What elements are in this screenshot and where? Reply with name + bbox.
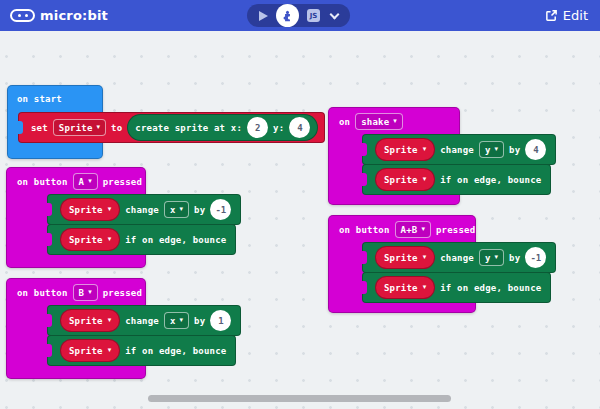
axis-dropdown[interactable]: y ▾ [479, 249, 504, 266]
chevron-down-icon: ▾ [423, 284, 427, 291]
axis-dropdown[interactable]: x ▾ [164, 201, 189, 218]
chevron-down-icon: ▾ [423, 146, 427, 153]
variable-sprite-dropdown[interactable]: Sprite ▾ [60, 339, 120, 362]
chevron-down-icon: ▾ [97, 124, 101, 131]
chevron-down-icon: ▾ [88, 178, 92, 185]
chevron-down-icon: ▾ [421, 226, 425, 233]
chevron-down-icon: ▾ [180, 206, 184, 213]
brand-title: micro:bit [40, 8, 108, 23]
microbit-logo[interactable]: micro:bit [10, 0, 108, 31]
block-sprite-change-x[interactable]: Sprite ▾ change x ▾ by 1 [47, 305, 241, 336]
microbit-face-icon [10, 9, 35, 22]
variable-sprite-dropdown[interactable]: Sprite ▾ [375, 276, 435, 299]
editor-toggle-toolbar: JS [247, 4, 350, 27]
variable-sprite-dropdown[interactable]: Sprite ▾ [375, 246, 435, 269]
variable-sprite-dropdown[interactable]: Sprite ▾ [375, 138, 435, 161]
app-header: micro:bit JS Edit [0, 0, 600, 31]
create-sprite-label: create sprite at x: [135, 123, 242, 133]
variable-sprite-dropdown[interactable]: Sprite ▾ [60, 198, 120, 221]
chevron-down-icon: ▾ [108, 206, 112, 213]
gesture-dropdown[interactable]: shake ▾ [355, 113, 403, 130]
chevron-down-icon: ▾ [393, 118, 397, 125]
chevron-down-icon: ▾ [108, 347, 112, 354]
javascript-view-button[interactable]: JS [307, 9, 320, 22]
puzzle-icon [281, 9, 294, 22]
number-input[interactable]: -1 [525, 247, 546, 268]
to-label: to [111, 123, 122, 133]
block-sprite-change-x[interactable]: Sprite ▾ change x ▾ by -1 [47, 194, 241, 225]
block-label: on button [339, 225, 390, 235]
axis-dropdown[interactable]: x ▾ [164, 312, 189, 329]
variable-sprite-dropdown[interactable]: Sprite ▾ [60, 309, 120, 332]
block-label: on button [17, 288, 68, 298]
chevron-down-icon[interactable] [330, 9, 340, 19]
blocks-workspace[interactable]: on start set Sprite ▾ to create sprite a… [0, 31, 600, 409]
y-number-input[interactable]: 4 [289, 117, 310, 138]
block-on-button-ab[interactable]: on button A+B ▾ pressed Sprite ▾ change … [328, 215, 476, 313]
axis-dropdown[interactable]: y ▾ [479, 141, 504, 158]
variable-sprite-dropdown[interactable]: Sprite ▾ [375, 168, 435, 191]
js-label: JS [310, 12, 318, 20]
variable-dropdown[interactable]: Sprite ▾ [53, 119, 106, 136]
block-on-button-a[interactable]: on button A ▾ pressed Sprite ▾ change x … [6, 167, 146, 268]
play-button[interactable] [259, 11, 268, 21]
variable-sprite-dropdown[interactable]: Sprite ▾ [60, 228, 120, 251]
edit-button[interactable]: Edit [545, 0, 588, 31]
block-sprite-change-y[interactable]: Sprite ▾ change y ▾ by 4 [362, 134, 556, 165]
button-dropdown[interactable]: B ▾ [73, 284, 98, 301]
block-on-shake[interactable]: on shake ▾ Sprite ▾ change y ▾ by 4 [328, 107, 460, 205]
chevron-down-icon: ▾ [180, 317, 184, 324]
block-label: on start [8, 86, 102, 104]
button-dropdown[interactable]: A ▾ [73, 173, 98, 190]
blocks-view-button[interactable] [276, 4, 299, 27]
chevron-down-icon: ▾ [423, 176, 427, 183]
chevron-down-icon: ▾ [88, 289, 92, 296]
block-on-button-b[interactable]: on button B ▾ pressed Sprite ▾ change x … [6, 278, 146, 379]
external-link-icon [545, 9, 558, 22]
block-label: pressed [103, 177, 142, 187]
block-label: on [339, 117, 350, 127]
block-create-sprite[interactable]: create sprite at x: 2 y: 4 [127, 114, 318, 141]
number-input[interactable]: 1 [210, 310, 231, 331]
number-input[interactable]: 4 [525, 139, 546, 160]
block-sprite-bounce[interactable]: Sprite ▾ if on edge, bounce [47, 335, 236, 366]
block-sprite-bounce[interactable]: Sprite ▾ if on edge, bounce [362, 164, 551, 195]
block-sprite-change-y[interactable]: Sprite ▾ change y ▾ by -1 [362, 242, 556, 273]
horizontal-scrollbar[interactable] [148, 395, 451, 402]
chevron-down-icon: ▾ [108, 317, 112, 324]
edit-label: Edit [563, 8, 588, 23]
number-input[interactable]: -1 [210, 199, 231, 220]
y-label: y: [273, 123, 284, 133]
block-label: pressed [103, 288, 142, 298]
x-number-input[interactable]: 2 [247, 117, 268, 138]
chevron-down-icon: ▾ [495, 146, 499, 153]
chevron-down-icon: ▾ [495, 254, 499, 261]
chevron-down-icon: ▾ [423, 254, 427, 261]
block-sprite-bounce[interactable]: Sprite ▾ if on edge, bounce [362, 272, 551, 303]
chevron-down-icon: ▾ [108, 236, 112, 243]
block-sprite-bounce[interactable]: Sprite ▾ if on edge, bounce [47, 224, 236, 255]
set-label: set [31, 123, 48, 133]
block-label: on button [17, 177, 68, 187]
block-label: pressed [436, 225, 475, 235]
block-on-start[interactable]: on start set Sprite ▾ to create sprite a… [7, 85, 103, 159]
block-set-variable[interactable]: set Sprite ▾ to create sprite at x: 2 y:… [18, 112, 325, 143]
button-dropdown[interactable]: A+B ▾ [395, 221, 431, 238]
